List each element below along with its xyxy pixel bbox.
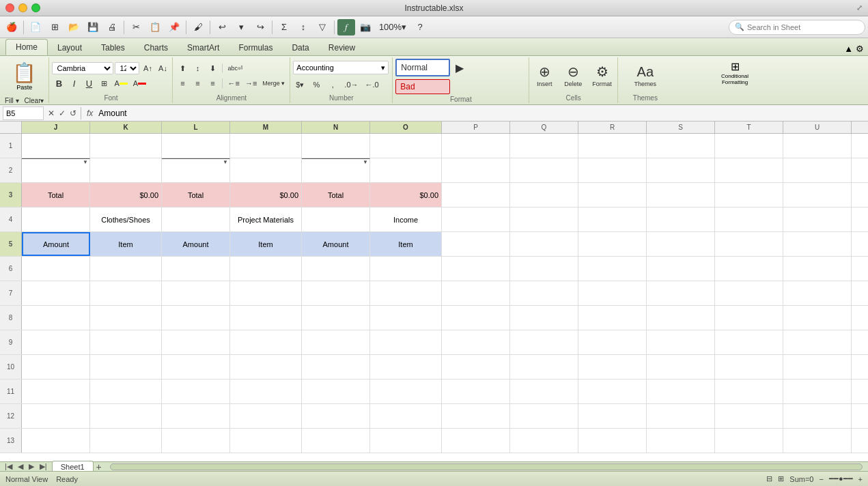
font-size-select[interactable]: 12: [115, 62, 139, 74]
cell-U2[interactable]: [783, 158, 852, 182]
cell-T5[interactable]: [715, 232, 783, 256]
format-button[interactable]: ⚙ Format: [589, 62, 615, 89]
sort-btn[interactable]: ↕: [294, 19, 312, 35]
cell-T1[interactable]: [715, 134, 783, 158]
redo-btn[interactable]: ↪: [251, 19, 269, 35]
zoom-btn[interactable]: 100%▾: [376, 19, 410, 35]
align-center-btn[interactable]: ≡: [191, 77, 204, 89]
help-btn[interactable]: ?: [411, 19, 429, 35]
cell-M1[interactable]: [230, 134, 302, 158]
cell-K2[interactable]: [90, 158, 162, 182]
cell-N2[interactable]: ▼: [302, 158, 370, 182]
function-btn[interactable]: 𝑓: [337, 19, 355, 35]
conditional-formatting-btn[interactable]: ⊞ Conditional Formatting: [718, 60, 752, 85]
align-bottom-btn[interactable]: ⬇: [206, 62, 219, 74]
cell-T3[interactable]: [715, 183, 783, 207]
apple-icon[interactable]: 🍎: [3, 19, 20, 35]
cell-P3[interactable]: [442, 183, 510, 207]
minimize-button[interactable]: [18, 3, 27, 12]
cut-btn[interactable]: ✂: [127, 19, 145, 35]
templates-btn[interactable]: ⊞: [46, 19, 64, 35]
style-normal-box[interactable]: Normal: [395, 59, 450, 76]
cell-P2[interactable]: [442, 158, 510, 182]
increase-font-btn[interactable]: A↑: [141, 62, 154, 74]
cell-O3[interactable]: $0.00: [370, 183, 442, 207]
cell-J6[interactable]: [22, 257, 90, 281]
cell-L2[interactable]: ▼: [162, 158, 230, 182]
cell-J2[interactable]: ▼: [22, 158, 90, 182]
cell-N5[interactable]: Amount: [302, 232, 370, 256]
open-btn[interactable]: 📂: [65, 19, 83, 35]
cell-O5[interactable]: Item ⊞: [370, 232, 442, 256]
cell-R3[interactable]: [578, 183, 647, 207]
style-bad-box[interactable]: Bad: [395, 79, 450, 94]
ribbon-settings-btn[interactable]: ⚙: [856, 44, 864, 54]
fill-color-btn[interactable]: A: [112, 77, 129, 89]
view-normal-icon[interactable]: ⊟: [766, 474, 772, 483]
normal-view-btn[interactable]: Normal View: [5, 475, 48, 483]
cell-R1[interactable]: [578, 134, 647, 158]
cell-M2[interactable]: [230, 158, 302, 182]
sheet-nav-last[interactable]: ▶|: [38, 462, 49, 471]
number-format-dropdown[interactable]: Accounting ▾: [293, 61, 389, 74]
confirm-formula-icon[interactable]: ✓: [57, 109, 67, 118]
italic-btn[interactable]: I: [67, 77, 81, 89]
paste-small-btn[interactable]: 📌: [165, 19, 183, 35]
cell-S3[interactable]: [647, 183, 715, 207]
indent-decrease-btn[interactable]: ←≡: [225, 77, 241, 89]
tab-tables[interactable]: Tables: [92, 40, 135, 55]
border-btn[interactable]: ⊞: [97, 77, 111, 89]
resize-icon[interactable]: ⤢: [856, 3, 863, 12]
cell-O2[interactable]: [370, 158, 442, 182]
cell-K4[interactable]: Clothes/Shoes: [90, 208, 162, 231]
cell-U4[interactable]: [783, 208, 852, 231]
font-color-btn[interactable]: A: [131, 77, 148, 89]
style-expand-btn[interactable]: ▶: [453, 61, 466, 74]
cell-L3[interactable]: Total: [162, 183, 230, 207]
zoom-up-btn[interactable]: +: [858, 475, 863, 483]
cell-N4[interactable]: [302, 208, 370, 231]
save-btn[interactable]: 💾: [84, 19, 102, 35]
tab-formulas[interactable]: Formulas: [229, 40, 282, 55]
cell-Q5[interactable]: [510, 232, 578, 256]
decrease-decimal-btn[interactable]: ←.0: [363, 78, 381, 91]
tab-smartart[interactable]: SmartArt: [178, 40, 229, 55]
print-btn[interactable]: 🖨: [103, 19, 121, 35]
accounting-btn[interactable]: $▾: [293, 78, 307, 91]
cell-U3[interactable]: [783, 183, 852, 207]
zoom-down-btn[interactable]: −: [819, 475, 823, 483]
cell-N3[interactable]: Total: [302, 183, 370, 207]
cell-K3[interactable]: $0.00: [90, 183, 162, 207]
tab-home[interactable]: Home: [5, 39, 48, 55]
cell-N1[interactable]: [302, 134, 370, 158]
tab-charts[interactable]: Charts: [135, 40, 178, 55]
cell-O4[interactable]: Income: [370, 208, 442, 231]
decrease-font-btn[interactable]: A↓: [156, 62, 169, 74]
cell-J5[interactable]: Amount: [22, 232, 90, 256]
sheet-nav-first[interactable]: |◀: [3, 462, 14, 471]
bold-btn[interactable]: B: [52, 77, 66, 89]
cell-O1[interactable]: [370, 134, 442, 158]
merge-btn[interactable]: Merge ▾: [260, 77, 287, 89]
cell-Q3[interactable]: [510, 183, 578, 207]
sheet-nav-prev[interactable]: ◀: [16, 462, 25, 471]
cell-S2[interactable]: [647, 158, 715, 182]
cell-S1[interactable]: [647, 134, 715, 158]
copy-btn[interactable]: 📋: [146, 19, 164, 35]
view-page-icon[interactable]: ⊞: [778, 474, 784, 483]
maximize-button[interactable]: [31, 3, 40, 12]
cell-K5[interactable]: Item: [90, 232, 162, 256]
tab-data[interactable]: Data: [282, 40, 318, 55]
align-right-btn[interactable]: ≡: [206, 77, 219, 89]
delete-button[interactable]: ⊖ Delete: [561, 62, 585, 89]
new-btn[interactable]: 📄: [27, 19, 44, 35]
cell-Q2[interactable]: [510, 158, 578, 182]
cell-T2[interactable]: [715, 158, 783, 182]
cell-Q1[interactable]: [510, 134, 578, 158]
cell-K1[interactable]: [90, 134, 162, 158]
collapse-ribbon-btn[interactable]: ▲: [844, 44, 853, 54]
cell-S4[interactable]: [647, 208, 715, 231]
search-input[interactable]: [747, 23, 859, 31]
brush-btn[interactable]: 🖌: [189, 19, 207, 35]
cell-P1[interactable]: [442, 134, 510, 158]
